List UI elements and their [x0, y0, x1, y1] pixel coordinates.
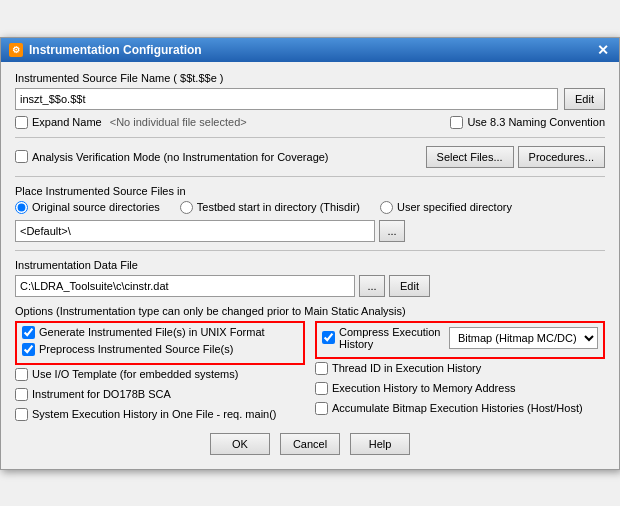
sys-exec-label: System Execution History in One File - r… — [32, 408, 277, 420]
analysis-group: Analysis Verification Mode (no Instrumen… — [15, 150, 329, 163]
main-window: ⚙ Instrumentation Configuration ✕ Instru… — [0, 37, 620, 470]
preprocess-checkbox[interactable] — [22, 343, 35, 356]
expand-name-group: Expand Name <No individual file selected… — [15, 116, 247, 129]
data-file-browse-btn[interactable]: ... — [359, 275, 385, 297]
radio-testbed-input[interactable] — [180, 201, 193, 214]
radio-user-specified-label: User specified directory — [397, 201, 512, 213]
radio-original-label: Original source directories — [32, 201, 160, 213]
ok-button[interactable]: OK — [210, 433, 270, 455]
do178b-label: Instrument for DO178B SCA — [32, 388, 171, 400]
help-button[interactable]: Help — [350, 433, 410, 455]
no-file-selected: <No individual file selected> — [110, 116, 247, 128]
preprocess-label: Preprocess Instrumented Source File(s) — [39, 343, 233, 355]
gen-unix-checkbox[interactable] — [22, 326, 35, 339]
options-label: Options (Instrumentation type can only b… — [15, 305, 605, 317]
accum-checkbox[interactable] — [315, 402, 328, 415]
thread-id-label: Thread ID in Execution History — [332, 362, 481, 374]
footer-row: OK Cancel Help — [15, 425, 605, 459]
place-files-label: Place Instrumented Source Files in — [15, 185, 605, 197]
io-template-label: Use I/O Template (for embedded systems) — [32, 368, 238, 380]
expand-name-label: Expand Name — [32, 116, 102, 128]
expand-name-row: Expand Name <No individual file selected… — [15, 116, 605, 129]
option-sys-exec: System Execution History in One File - r… — [15, 408, 305, 421]
use-83-naming-checkbox[interactable] — [450, 116, 463, 129]
titlebar-left: ⚙ Instrumentation Configuration — [9, 43, 202, 57]
radio-user-specified: User specified directory — [380, 201, 512, 214]
data-file-edit-btn[interactable]: Edit — [389, 275, 430, 297]
exec-mem-checkbox[interactable] — [315, 382, 328, 395]
compress-checkbox[interactable] — [322, 331, 335, 344]
source-file-label: Instrumented Source File Name ( $$t.$$e … — [15, 72, 605, 84]
default-dir-row: ... — [15, 220, 605, 242]
option-gen-unix: Generate Instrumented File(s) in UNIX Fo… — [22, 326, 298, 339]
select-files-btn[interactable]: Select Files... — [426, 146, 514, 168]
options-left: Generate Instrumented File(s) in UNIX Fo… — [15, 321, 305, 425]
accum-label: Accumulate Bitmap Execution Histories (H… — [332, 402, 583, 414]
do178b-checkbox[interactable] — [15, 388, 28, 401]
options-grid: Generate Instrumented File(s) in UNIX Fo… — [15, 321, 605, 425]
radio-original-input[interactable] — [15, 201, 28, 214]
window-title: Instrumentation Configuration — [29, 43, 202, 57]
source-file-row: Edit — [15, 88, 605, 110]
window-icon: ⚙ — [9, 43, 23, 57]
source-file-edit-btn[interactable]: Edit — [564, 88, 605, 110]
sys-exec-checkbox[interactable] — [15, 408, 28, 421]
radio-testbed-label: Testbed start in directory (Thisdir) — [197, 201, 360, 213]
right-red-group: Compress Execution History Bitmap (Hitma… — [315, 321, 605, 359]
radio-original: Original source directories — [15, 201, 160, 214]
option-exec-mem: Execution History to Memory Address — [315, 382, 605, 395]
option-do178b: Instrument for DO178B SCA — [15, 388, 305, 401]
expand-name-checkbox[interactable] — [15, 116, 28, 129]
radio-group: Original source directories Testbed star… — [15, 201, 605, 214]
option-thread-id: Thread ID in Execution History — [315, 362, 605, 375]
analysis-buttons: Select Files... Procedures... — [426, 146, 605, 168]
thread-id-checkbox[interactable] — [315, 362, 328, 375]
data-file-input[interactable] — [15, 275, 355, 297]
data-file-row: ... Edit — [15, 275, 605, 297]
radio-user-specified-input[interactable] — [380, 201, 393, 214]
options-right: Compress Execution History Bitmap (Hitma… — [315, 321, 605, 425]
compress-dropdown[interactable]: Bitmap (Hitmap MC/DC) Bitmap Hitmap — [449, 327, 598, 349]
exec-mem-label: Execution History to Memory Address — [332, 382, 515, 394]
radio-testbed: Testbed start in directory (Thisdir) — [180, 201, 360, 214]
dialog-content: Instrumented Source File Name ( $$t.$$e … — [1, 62, 619, 469]
option-accum: Accumulate Bitmap Execution Histories (H… — [315, 402, 605, 415]
default-dir-browse-btn[interactable]: ... — [379, 220, 405, 242]
analysis-row: Analysis Verification Mode (no Instrumen… — [15, 146, 605, 168]
gen-unix-label: Generate Instrumented File(s) in UNIX Fo… — [39, 326, 265, 338]
source-file-input[interactable] — [15, 88, 558, 110]
analysis-label: Analysis Verification Mode (no Instrumen… — [32, 151, 329, 163]
titlebar: ⚙ Instrumentation Configuration ✕ — [1, 38, 619, 62]
data-file-label: Instrumentation Data File — [15, 259, 605, 271]
analysis-checkbox[interactable] — [15, 150, 28, 163]
use-83-naming-label: Use 8.3 Naming Convention — [467, 116, 605, 128]
compress-label: Compress Execution History — [339, 326, 445, 350]
left-red-group: Generate Instrumented File(s) in UNIX Fo… — [15, 321, 305, 365]
default-dir-input[interactable] — [15, 220, 375, 242]
option-io-template: Use I/O Template (for embedded systems) — [15, 368, 305, 381]
close-button[interactable]: ✕ — [595, 42, 611, 58]
io-template-checkbox[interactable] — [15, 368, 28, 381]
cancel-button[interactable]: Cancel — [280, 433, 340, 455]
use-83-naming-group: Use 8.3 Naming Convention — [450, 116, 605, 129]
procedures-btn[interactable]: Procedures... — [518, 146, 605, 168]
option-compress: Compress Execution History Bitmap (Hitma… — [322, 326, 598, 350]
option-preprocess: Preprocess Instrumented Source File(s) — [22, 343, 298, 356]
